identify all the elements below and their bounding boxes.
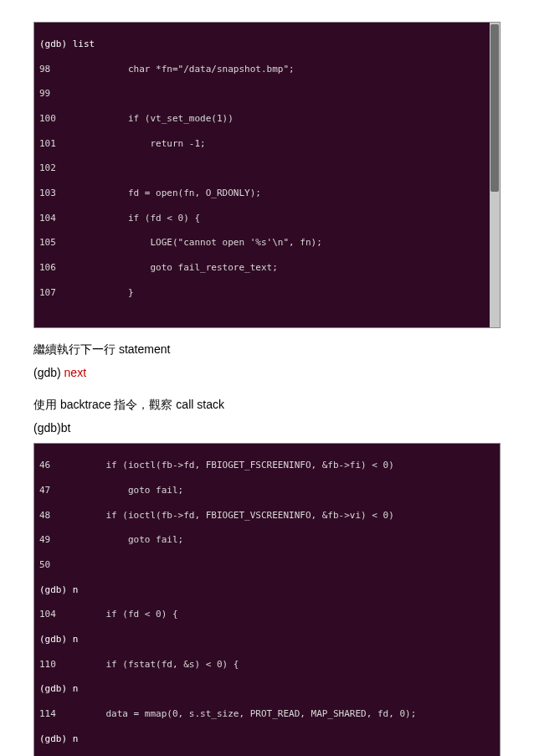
gdb-prompt: (gdb) n [39, 584, 495, 597]
explain-backtrace: 使用 backtrace 指令，觀察 call stack [33, 395, 501, 415]
explain-next: 繼續執行下一行 statement [33, 340, 501, 360]
code-line: 49 goto fail; [39, 534, 495, 547]
gdb-list-terminal: (gdb) list 98 char *fn="/data/snapshot.b… [33, 22, 501, 328]
gdb-prompt-text: (gdb) [33, 366, 64, 379]
gdb-bt-line: (gdb)bt [33, 419, 501, 439]
code-line: 98 char *fn="/data/snapshot.bmp"; [39, 64, 495, 76]
code-line: 50 [39, 559, 495, 572]
gdb-prompt: (gdb) n [39, 634, 495, 646]
code-line: 104 if (fd < 0) { [39, 213, 495, 225]
code-line: 101 return -1; [39, 138, 495, 151]
code-line: 47 goto fail; [39, 485, 495, 497]
code-line: 107 } [39, 287, 495, 300]
gdb-next-line: (gdb) next [33, 363, 501, 383]
code-line: 103 fd = open(fn, O_RDONLY); [39, 188, 495, 200]
code-line: 105 LOGE("cannot open '%s'\n", fn); [39, 237, 495, 249]
gdb-prompt: (gdb) n [39, 733, 495, 746]
code-line: 48 if (ioctl(fb->fd, FBIOGET_VSCREENINFO… [39, 510, 495, 522]
code-line: 46 if (ioctl(fb->fd, FBIOGET_FSCREENINFO… [39, 460, 495, 472]
code-line: 102 [39, 162, 495, 175]
scrollbar-thumb[interactable] [490, 24, 499, 192]
code-line: 104 if (fd < 0) { [39, 609, 495, 621]
code-line: 100 if (vt_set_mode(1)) [39, 113, 495, 126]
gdb-bt-terminal: 46 if (ioctl(fb->fd, FBIOGET_FSCREENINFO… [33, 443, 501, 756]
gdb-next-cmd: next [64, 366, 86, 379]
scrollbar[interactable] [490, 23, 500, 327]
code-line: 106 goto fail_restore_text; [39, 262, 495, 275]
code-line: 114 data = mmap(0, s.st_size, PROT_READ,… [39, 708, 495, 721]
code-line: 99 [39, 88, 495, 100]
gdb-prompt: (gdb) n [39, 683, 495, 696]
code-line: 110 if (fstat(fd, &s) < 0) { [39, 659, 495, 671]
gdb-prompt: (gdb) list [39, 39, 495, 51]
